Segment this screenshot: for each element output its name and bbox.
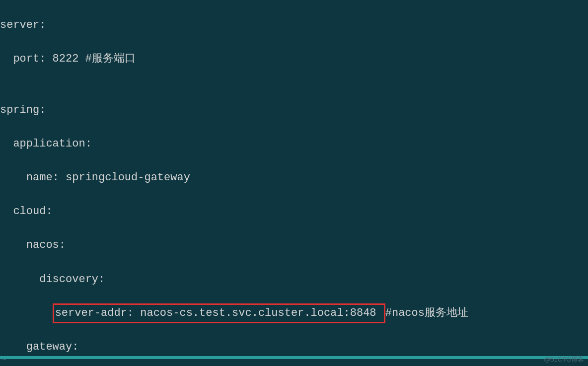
code-line: name: springcloud-gateway <box>0 169 588 186</box>
code-line: discovery: <box>0 271 588 288</box>
editor-status-bar <box>0 356 588 359</box>
code-line: gateway: <box>0 339 588 356</box>
code-line: application: <box>0 136 588 152</box>
yaml-code-block: server: port: 8222 #服务端口 spring: applica… <box>0 0 588 366</box>
highlight-annotation: server-addr: nacos-cs.test.svc.cluster.l… <box>53 303 385 323</box>
watermark-text: @51CTO博客 <box>544 355 584 365</box>
indent <box>0 307 53 319</box>
code-line: cloud: <box>0 203 588 220</box>
code-line-highlighted: server-addr: nacos-cs.test.svc.cluster.l… <box>0 305 588 322</box>
code-line: server: <box>0 17 588 34</box>
code-line: spring: <box>0 102 588 119</box>
comment-suffix: #nacos服务地址 <box>385 307 468 319</box>
vim-tilde: ~ <box>1 353 6 366</box>
code-line: port: 8222 #服务端口 <box>0 51 588 68</box>
code-line: nacos: <box>0 237 588 254</box>
